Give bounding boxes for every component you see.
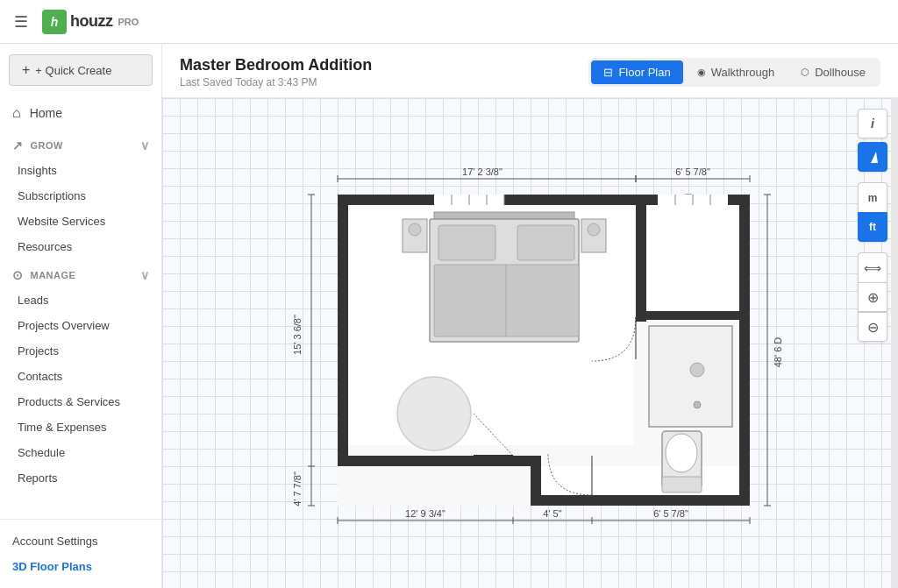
- svg-rect-43: [531, 495, 596, 506]
- svg-point-66: [694, 401, 701, 408]
- floorplan-canvas[interactable]: 17' 2 3/8" 6' 5 7/8" 15' 3 6/8" 4' 7 7/8…: [162, 98, 898, 588]
- home-icon: ⌂: [12, 105, 21, 121]
- content-title: Master Bedroom Addition Last Saved Today…: [180, 56, 372, 89]
- sidebar-item-schedule[interactable]: Schedule: [0, 440, 161, 465]
- svg-text:15' 3 6/8": 15' 3 6/8": [292, 315, 303, 355]
- home-label: Home: [30, 106, 62, 120]
- sidebar-item-account-settings[interactable]: Account Settings: [12, 528, 149, 554]
- svg-rect-49: [438, 225, 495, 260]
- last-saved: Last Saved Today at 3:43 PM: [180, 76, 372, 89]
- svg-rect-39: [592, 495, 750, 506]
- svg-rect-45: [646, 205, 739, 309]
- walkthrough-label: Walkthrough: [711, 66, 775, 79]
- svg-point-55: [409, 223, 421, 236]
- info-icon: i: [871, 117, 874, 131]
- svg-point-65: [690, 363, 704, 377]
- logo-pro: PRO: [118, 17, 139, 27]
- sidebar-item-contacts[interactable]: Contacts: [0, 364, 161, 389]
- content-area: Master Bedroom Addition Last Saved Today…: [162, 44, 898, 588]
- svg-point-62: [666, 434, 697, 472]
- main-layout: + + Quick Create ⌂ Home ↗ GROW ∨ Insight…: [0, 44, 898, 588]
- svg-rect-36: [338, 195, 348, 466]
- cursor-icon: [871, 152, 878, 163]
- dollhouse-label: Dollhouse: [815, 66, 866, 79]
- sidebar-item-3d-floor-plans[interactable]: 3D Floor Plans: [12, 554, 149, 579]
- sidebar-item-time-expenses[interactable]: Time & Expenses: [0, 414, 161, 440]
- measure-button[interactable]: ⟺: [858, 252, 887, 282]
- unit-ft-label: ft: [869, 221, 876, 233]
- manage-label: MANAGE: [31, 270, 76, 280]
- zoom-in-button[interactable]: ⊕: [858, 282, 887, 312]
- svg-text:4' 5": 4' 5": [543, 508, 561, 519]
- measure-icon: ⟺: [864, 261, 881, 275]
- tab-dollhouse[interactable]: ⬡ Dollhouse: [788, 60, 878, 84]
- unit-m-label: m: [868, 192, 878, 204]
- hamburger-menu[interactable]: [14, 12, 28, 32]
- floorplan-svg-container: 17' 2 3/8" 6' 5 7/8" 15' 3 6/8" 4' 7 7/8…: [162, 98, 898, 588]
- sidebar-item-leads[interactable]: Leads: [0, 287, 161, 313]
- svg-rect-41: [636, 195, 646, 322]
- manage-items: Leads Projects Overview Projects Contact…: [0, 287, 161, 491]
- svg-point-57: [397, 377, 471, 450]
- sidebar-item-reports[interactable]: Reports: [0, 465, 161, 491]
- plus-icon: +: [22, 62, 30, 78]
- sidebar-item-resources[interactable]: Resources: [0, 234, 161, 259]
- unit-ft-button[interactable]: ft: [858, 212, 887, 242]
- walkthrough-icon: ◉: [697, 67, 706, 78]
- svg-text:17' 2 3/8": 17' 2 3/8": [462, 166, 502, 177]
- right-tools-panel: i m ft ⟺: [858, 109, 887, 342]
- svg-rect-50: [517, 225, 574, 260]
- scrollbar[interactable]: [891, 98, 898, 588]
- floor-plan-label: Floor Plan: [618, 66, 670, 79]
- svg-text:4' 7 7/8": 4' 7 7/8": [292, 471, 303, 507]
- zoom-out-button[interactable]: ⊖: [858, 312, 887, 342]
- svg-text:6' 5 7/8": 6' 5 7/8": [653, 508, 688, 519]
- svg-text:48' 6 D: 48' 6 D: [773, 337, 783, 367]
- grow-label: GROW: [31, 140, 63, 151]
- logo-text: houzz: [70, 12, 113, 31]
- svg-text:12' 9 3/4": 12' 9 3/4": [405, 508, 445, 519]
- tab-walkthrough[interactable]: ◉ Walkthrough: [685, 60, 788, 84]
- topbar: h houzz PRO: [0, 0, 898, 44]
- sidebar-item-website-services[interactable]: Website Services: [0, 209, 161, 234]
- zoom-in-icon: ⊕: [867, 289, 879, 306]
- sidebar-item-insights[interactable]: Insights: [0, 158, 161, 183]
- unit-group: m ft: [858, 182, 887, 242]
- sidebar-item-projects[interactable]: Projects: [0, 338, 161, 364]
- logo-icon: h: [42, 10, 67, 34]
- grow-chevron-icon: ∨: [140, 138, 150, 152]
- svg-rect-37: [739, 195, 750, 506]
- content-header: Master Bedroom Addition Last Saved Today…: [162, 44, 898, 98]
- unit-m-button[interactable]: m: [858, 182, 887, 212]
- grow-items: Insights Subscriptions Website Services …: [0, 158, 161, 259]
- manage-chevron-icon: ∨: [140, 268, 150, 282]
- grow-icon: ↗: [12, 138, 24, 152]
- quick-create-label: + Quick Create: [35, 64, 111, 77]
- zoom-out-icon: ⊖: [867, 319, 879, 336]
- sidebar-item-home[interactable]: ⌂ Home: [0, 96, 161, 130]
- tab-floor-plan[interactable]: ⊟ Floor Plan: [591, 60, 682, 84]
- sidebar-item-projects-overview[interactable]: Projects Overview: [0, 313, 161, 338]
- floor-plan-icon: ⊟: [603, 66, 613, 79]
- info-button[interactable]: i: [858, 109, 887, 138]
- manage-section-header[interactable]: ⊙ MANAGE ∨: [0, 259, 161, 287]
- sidebar: + + Quick Create ⌂ Home ↗ GROW ∨ Insight…: [0, 44, 162, 588]
- sidebar-item-subscriptions[interactable]: Subscriptions: [0, 183, 161, 209]
- svg-rect-64: [649, 326, 732, 427]
- view-tabs: ⊟ Floor Plan ◉ Walkthrough ⬡ Dollhouse: [588, 58, 880, 87]
- logo-letter: h: [51, 15, 59, 29]
- dollhouse-icon: ⬡: [801, 67, 809, 78]
- zoom-group: ⟺ ⊕ ⊖: [858, 252, 887, 342]
- svg-rect-47: [434, 212, 574, 219]
- svg-rect-38: [338, 456, 531, 466]
- project-title: Master Bedroom Addition: [180, 56, 372, 74]
- sidebar-item-products-services[interactable]: Products & Services: [0, 389, 161, 414]
- quick-create-button[interactable]: + + Quick Create: [9, 54, 153, 86]
- cursor-button[interactable]: [858, 142, 887, 172]
- grow-section-header[interactable]: ↗ GROW ∨: [0, 130, 161, 158]
- logo: h houzz PRO: [42, 10, 139, 34]
- svg-text:6' 5 7/8": 6' 5 7/8": [675, 166, 710, 177]
- svg-rect-63: [662, 477, 702, 492]
- svg-rect-42: [636, 311, 750, 320]
- svg-rect-46: [541, 466, 739, 495]
